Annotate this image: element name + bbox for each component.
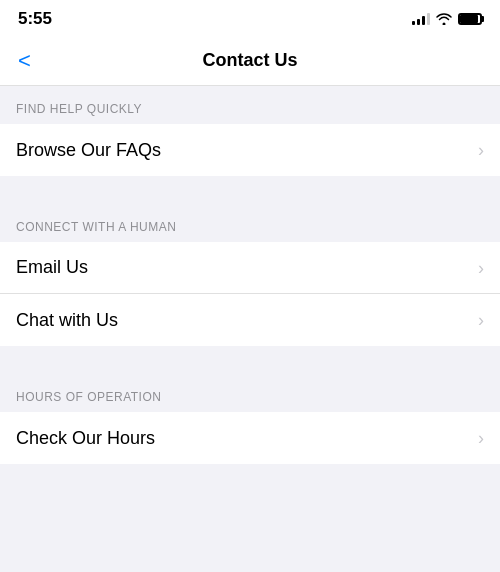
list-item-label-chat-with-us: Chat with Us	[16, 310, 118, 331]
list-item-email-us[interactable]: Email Us›	[0, 242, 500, 294]
section-list-find-help: Browse Our FAQs›	[0, 124, 500, 176]
status-time: 5:55	[18, 9, 52, 29]
list-item-label-browse-faqs: Browse Our FAQs	[16, 140, 161, 161]
chevron-right-icon: ›	[478, 141, 484, 159]
nav-bar: < Contact Us	[0, 36, 500, 86]
section-hours: HOURS OF OPERATIONCheck Our Hours›	[0, 374, 500, 464]
status-bar: 5:55	[0, 0, 500, 36]
list-item-label-check-hours: Check Our Hours	[16, 428, 155, 449]
section-spacer	[0, 176, 500, 204]
list-item-label-email-us: Email Us	[16, 257, 88, 278]
section-header-connect-human: CONNECT WITH A HUMAN	[0, 204, 500, 242]
page-title: Contact Us	[202, 50, 297, 71]
content-area: FIND HELP QUICKLYBrowse Our FAQs›CONNECT…	[0, 86, 500, 464]
status-icons	[412, 13, 482, 25]
list-item-browse-faqs[interactable]: Browse Our FAQs›	[0, 124, 500, 176]
list-item-check-hours[interactable]: Check Our Hours›	[0, 412, 500, 464]
list-item-chat-with-us[interactable]: Chat with Us›	[0, 294, 500, 346]
section-connect-human: CONNECT WITH A HUMANEmail Us›Chat with U…	[0, 204, 500, 346]
section-list-connect-human: Email Us›Chat with Us›	[0, 242, 500, 346]
signal-icon	[412, 13, 430, 25]
chevron-right-icon: ›	[478, 259, 484, 277]
section-spacer	[0, 346, 500, 374]
back-button[interactable]: <	[14, 40, 35, 82]
section-header-hours: HOURS OF OPERATION	[0, 374, 500, 412]
section-header-find-help: FIND HELP QUICKLY	[0, 86, 500, 124]
section-list-hours: Check Our Hours›	[0, 412, 500, 464]
battery-icon	[458, 13, 482, 25]
section-find-help: FIND HELP QUICKLYBrowse Our FAQs›	[0, 86, 500, 176]
chevron-right-icon: ›	[478, 311, 484, 329]
chevron-right-icon: ›	[478, 429, 484, 447]
wifi-icon	[436, 13, 452, 25]
